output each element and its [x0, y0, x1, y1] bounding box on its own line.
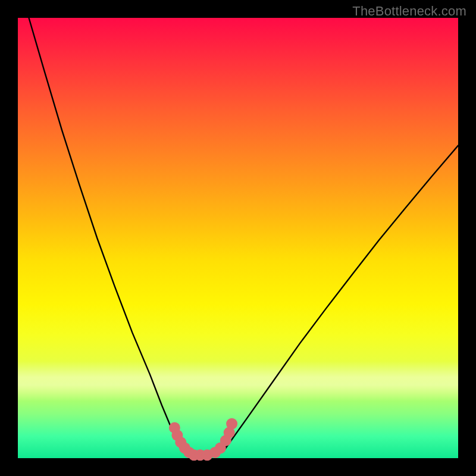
- outer-frame: TheBottleneck.com: [0, 0, 476, 476]
- curve-layer: [18, 18, 458, 458]
- curve-left: [29, 18, 459, 455]
- plot-area: [18, 18, 458, 458]
- valley-beads: [169, 418, 237, 461]
- bead-dot: [226, 418, 237, 430]
- watermark-text: TheBottleneck.com: [352, 4, 466, 19]
